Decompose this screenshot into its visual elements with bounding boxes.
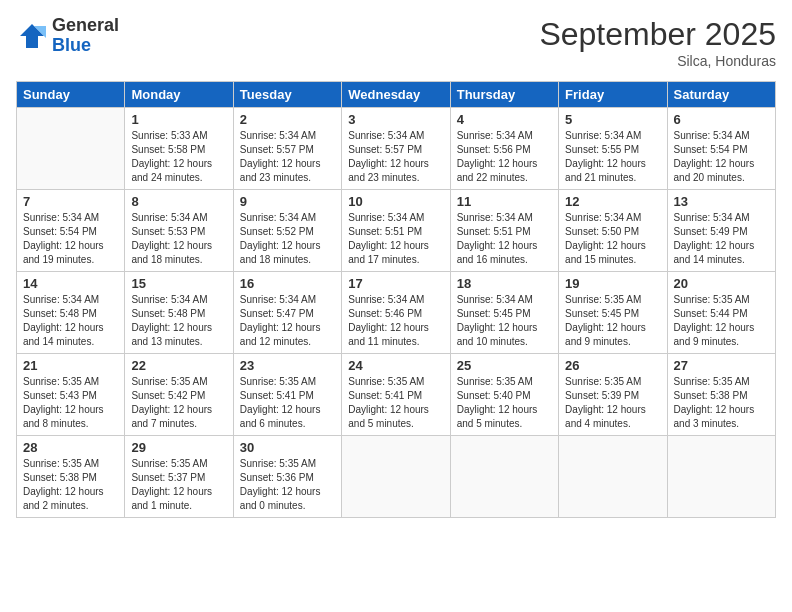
calendar-cell: 18Sunrise: 5:34 AM Sunset: 5:45 PM Dayli… [450, 272, 558, 354]
day-info: Sunrise: 5:34 AM Sunset: 5:50 PM Dayligh… [565, 211, 660, 267]
week-row-3: 14Sunrise: 5:34 AM Sunset: 5:48 PM Dayli… [17, 272, 776, 354]
calendar-cell: 14Sunrise: 5:34 AM Sunset: 5:48 PM Dayli… [17, 272, 125, 354]
column-header-saturday: Saturday [667, 82, 775, 108]
calendar-cell [450, 436, 558, 518]
day-number: 18 [457, 276, 552, 291]
day-info: Sunrise: 5:35 AM Sunset: 5:43 PM Dayligh… [23, 375, 118, 431]
calendar-cell: 6Sunrise: 5:34 AM Sunset: 5:54 PM Daylig… [667, 108, 775, 190]
calendar-cell: 27Sunrise: 5:35 AM Sunset: 5:38 PM Dayli… [667, 354, 775, 436]
day-number: 17 [348, 276, 443, 291]
day-number: 23 [240, 358, 335, 373]
calendar-cell: 25Sunrise: 5:35 AM Sunset: 5:40 PM Dayli… [450, 354, 558, 436]
calendar-cell: 15Sunrise: 5:34 AM Sunset: 5:48 PM Dayli… [125, 272, 233, 354]
day-info: Sunrise: 5:34 AM Sunset: 5:52 PM Dayligh… [240, 211, 335, 267]
calendar-cell: 8Sunrise: 5:34 AM Sunset: 5:53 PM Daylig… [125, 190, 233, 272]
calendar-cell: 2Sunrise: 5:34 AM Sunset: 5:57 PM Daylig… [233, 108, 341, 190]
calendar-cell: 11Sunrise: 5:34 AM Sunset: 5:51 PM Dayli… [450, 190, 558, 272]
day-info: Sunrise: 5:34 AM Sunset: 5:47 PM Dayligh… [240, 293, 335, 349]
day-info: Sunrise: 5:35 AM Sunset: 5:38 PM Dayligh… [23, 457, 118, 513]
calendar-cell: 7Sunrise: 5:34 AM Sunset: 5:54 PM Daylig… [17, 190, 125, 272]
calendar-cell: 23Sunrise: 5:35 AM Sunset: 5:41 PM Dayli… [233, 354, 341, 436]
day-number: 3 [348, 112, 443, 127]
day-number: 13 [674, 194, 769, 209]
logo-general-text: General [52, 16, 119, 36]
day-number: 9 [240, 194, 335, 209]
week-row-2: 7Sunrise: 5:34 AM Sunset: 5:54 PM Daylig… [17, 190, 776, 272]
calendar-table: SundayMondayTuesdayWednesdayThursdayFrid… [16, 81, 776, 518]
day-number: 8 [131, 194, 226, 209]
day-info: Sunrise: 5:34 AM Sunset: 5:51 PM Dayligh… [348, 211, 443, 267]
calendar-cell: 17Sunrise: 5:34 AM Sunset: 5:46 PM Dayli… [342, 272, 450, 354]
day-info: Sunrise: 5:34 AM Sunset: 5:48 PM Dayligh… [23, 293, 118, 349]
day-info: Sunrise: 5:35 AM Sunset: 5:40 PM Dayligh… [457, 375, 552, 431]
calendar-cell: 19Sunrise: 5:35 AM Sunset: 5:45 PM Dayli… [559, 272, 667, 354]
day-info: Sunrise: 5:35 AM Sunset: 5:37 PM Dayligh… [131, 457, 226, 513]
day-number: 24 [348, 358, 443, 373]
title-block: September 2025 Silca, Honduras [539, 16, 776, 69]
day-info: Sunrise: 5:35 AM Sunset: 5:39 PM Dayligh… [565, 375, 660, 431]
day-number: 15 [131, 276, 226, 291]
day-number: 20 [674, 276, 769, 291]
calendar-body: 1Sunrise: 5:33 AM Sunset: 5:58 PM Daylig… [17, 108, 776, 518]
calendar-cell: 30Sunrise: 5:35 AM Sunset: 5:36 PM Dayli… [233, 436, 341, 518]
week-row-4: 21Sunrise: 5:35 AM Sunset: 5:43 PM Dayli… [17, 354, 776, 436]
calendar-cell: 24Sunrise: 5:35 AM Sunset: 5:41 PM Dayli… [342, 354, 450, 436]
calendar-header: SundayMondayTuesdayWednesdayThursdayFrid… [17, 82, 776, 108]
calendar-cell: 22Sunrise: 5:35 AM Sunset: 5:42 PM Dayli… [125, 354, 233, 436]
day-info: Sunrise: 5:35 AM Sunset: 5:45 PM Dayligh… [565, 293, 660, 349]
day-number: 28 [23, 440, 118, 455]
calendar-cell: 10Sunrise: 5:34 AM Sunset: 5:51 PM Dayli… [342, 190, 450, 272]
day-info: Sunrise: 5:34 AM Sunset: 5:54 PM Dayligh… [674, 129, 769, 185]
logo-blue-text: Blue [52, 36, 119, 56]
calendar-cell: 21Sunrise: 5:35 AM Sunset: 5:43 PM Dayli… [17, 354, 125, 436]
day-number: 27 [674, 358, 769, 373]
week-row-1: 1Sunrise: 5:33 AM Sunset: 5:58 PM Daylig… [17, 108, 776, 190]
calendar-cell: 26Sunrise: 5:35 AM Sunset: 5:39 PM Dayli… [559, 354, 667, 436]
header-row: SundayMondayTuesdayWednesdayThursdayFrid… [17, 82, 776, 108]
day-info: Sunrise: 5:34 AM Sunset: 5:55 PM Dayligh… [565, 129, 660, 185]
day-info: Sunrise: 5:35 AM Sunset: 5:41 PM Dayligh… [240, 375, 335, 431]
day-number: 14 [23, 276, 118, 291]
day-number: 11 [457, 194, 552, 209]
day-info: Sunrise: 5:34 AM Sunset: 5:57 PM Dayligh… [240, 129, 335, 185]
logo-icon [16, 20, 48, 52]
day-number: 2 [240, 112, 335, 127]
day-info: Sunrise: 5:34 AM Sunset: 5:56 PM Dayligh… [457, 129, 552, 185]
day-info: Sunrise: 5:35 AM Sunset: 5:38 PM Dayligh… [674, 375, 769, 431]
page-header: General Blue September 2025 Silca, Hondu… [16, 16, 776, 69]
day-number: 19 [565, 276, 660, 291]
day-info: Sunrise: 5:35 AM Sunset: 5:36 PM Dayligh… [240, 457, 335, 513]
day-info: Sunrise: 5:35 AM Sunset: 5:44 PM Dayligh… [674, 293, 769, 349]
column-header-thursday: Thursday [450, 82, 558, 108]
day-info: Sunrise: 5:34 AM Sunset: 5:57 PM Dayligh… [348, 129, 443, 185]
month-title: September 2025 [539, 16, 776, 53]
calendar-cell [667, 436, 775, 518]
calendar-cell: 28Sunrise: 5:35 AM Sunset: 5:38 PM Dayli… [17, 436, 125, 518]
day-info: Sunrise: 5:34 AM Sunset: 5:51 PM Dayligh… [457, 211, 552, 267]
location-text: Silca, Honduras [539, 53, 776, 69]
day-number: 25 [457, 358, 552, 373]
calendar-cell: 4Sunrise: 5:34 AM Sunset: 5:56 PM Daylig… [450, 108, 558, 190]
day-number: 12 [565, 194, 660, 209]
day-info: Sunrise: 5:34 AM Sunset: 5:48 PM Dayligh… [131, 293, 226, 349]
day-number: 10 [348, 194, 443, 209]
calendar-cell [559, 436, 667, 518]
day-info: Sunrise: 5:34 AM Sunset: 5:49 PM Dayligh… [674, 211, 769, 267]
day-number: 22 [131, 358, 226, 373]
logo: General Blue [16, 16, 119, 56]
calendar-cell: 16Sunrise: 5:34 AM Sunset: 5:47 PM Dayli… [233, 272, 341, 354]
day-number: 1 [131, 112, 226, 127]
column-header-friday: Friday [559, 82, 667, 108]
day-info: Sunrise: 5:34 AM Sunset: 5:54 PM Dayligh… [23, 211, 118, 267]
calendar-cell: 12Sunrise: 5:34 AM Sunset: 5:50 PM Dayli… [559, 190, 667, 272]
day-number: 6 [674, 112, 769, 127]
calendar-cell: 9Sunrise: 5:34 AM Sunset: 5:52 PM Daylig… [233, 190, 341, 272]
week-row-5: 28Sunrise: 5:35 AM Sunset: 5:38 PM Dayli… [17, 436, 776, 518]
day-number: 5 [565, 112, 660, 127]
calendar-cell [342, 436, 450, 518]
day-number: 21 [23, 358, 118, 373]
day-number: 4 [457, 112, 552, 127]
day-info: Sunrise: 5:34 AM Sunset: 5:53 PM Dayligh… [131, 211, 226, 267]
calendar-cell: 1Sunrise: 5:33 AM Sunset: 5:58 PM Daylig… [125, 108, 233, 190]
calendar-cell: 29Sunrise: 5:35 AM Sunset: 5:37 PM Dayli… [125, 436, 233, 518]
